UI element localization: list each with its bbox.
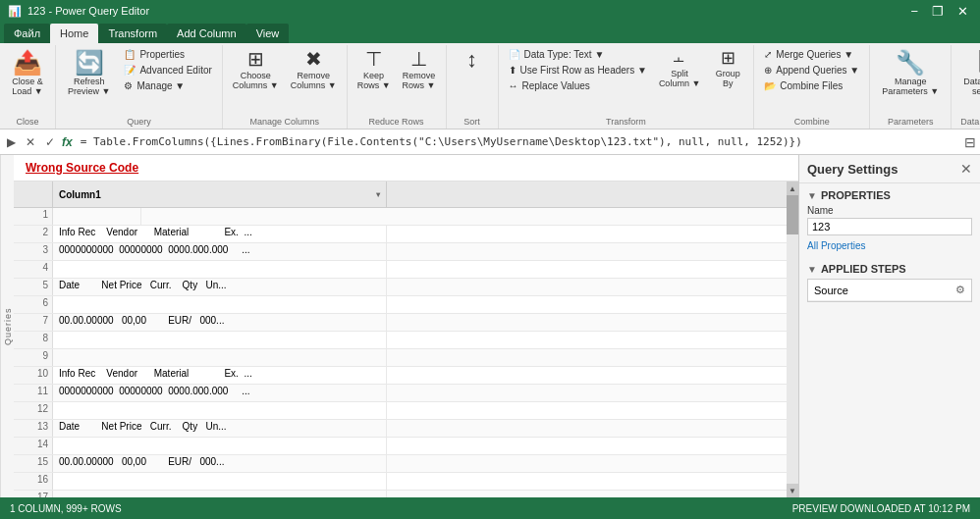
data-source-settings-button[interactable]: 🗄 Data sourcesettings [957,47,980,100]
vertical-scrollbar[interactable]: ▲ ▼ [787,182,798,497]
grid-cell [53,402,387,419]
scroll-track [787,195,798,484]
sort-button[interactable]: ↕ [453,47,492,73]
close-query-settings-button[interactable]: ✕ [960,161,972,177]
restore-button[interactable]: ❐ [928,4,948,19]
expand-formula-button[interactable]: ⊟ [964,134,976,150]
row-num: 10 [14,367,53,384]
row-num: 9 [14,349,53,366]
grid-cell: Date Net Price Curr. Qty Un... [53,420,387,437]
grid-cell [53,491,387,497]
ribbon: 📤 Close &Load ▼ Close 🔄 RefreshPreview ▼… [0,43,980,130]
combine-col: ⤢ Merge Queries ▼ ⊕ Append Queries ▼ 📂 C… [760,47,863,93]
nav-back-button[interactable]: ▶ [4,135,19,149]
table-row: 12 [14,402,787,420]
right-panel-header: Query Settings ✕ [799,155,980,183]
step-gear-icon[interactable]: ⚙ [955,284,965,296]
ribbon-tabs: Файл Home Transform Add Column View [0,22,980,43]
tab-transform[interactable]: Transform [98,24,167,43]
merge-queries-button[interactable]: ⤢ Merge Queries ▼ [760,47,863,62]
sort-content: ↕ [453,47,492,115]
query-group-content: 🔄 RefreshPreview ▼ 📋 Properties 📝 Advanc… [62,47,216,115]
name-label: Name [807,205,972,216]
queries-sidebar[interactable]: Queries [0,155,14,497]
tab-file[interactable]: Файл [4,24,50,43]
row-num: 12 [14,402,53,419]
column-header[interactable]: Column1 ▾ [53,182,387,207]
first-row-headers-button[interactable]: ⬆ Use First Row as Headers ▼ [505,63,651,78]
remove-rows-button[interactable]: ⊥ RemoveRows ▼ [399,47,440,92]
combine-files-button[interactable]: 📂 Combine Files [760,78,863,93]
tab-view[interactable]: View [246,24,290,43]
keep-rows-icon: ⊤ [365,49,382,69]
row-num: 15 [14,455,53,472]
grid-header-row: Column1 ▾ [14,182,787,208]
split-column-button[interactable]: ⫠ SplitColumn ▼ [655,47,704,90]
advanced-editor-button[interactable]: 📝 Advanced Editor [120,63,215,78]
choose-columns-button[interactable]: ⊞ ChooseColumns ▼ [229,47,283,92]
title-bar: 📊 123 - Power Query Editor − ❐ ✕ [0,0,980,22]
row-num: 8 [14,332,53,348]
scroll-up-button[interactable]: ▲ [787,182,798,195]
refresh-icon: 🔄 [75,51,104,75]
ribbon-group-transform: 📄 Data Type: Text ▼ ⬆ Use First Row as H… [499,45,755,129]
refresh-preview-button[interactable]: 🔄 RefreshPreview ▼ [62,47,116,100]
tab-add-column[interactable]: Add Column [167,24,246,43]
properties-section: ▼ PROPERTIES Name All Properties [799,183,980,257]
data-source-icon: 🗄 [975,51,980,75]
combine-files-label: Combine Files [780,80,843,91]
table-row: 17 [14,491,787,497]
data-type-icon: 📄 [509,49,520,60]
error-banner: Wrong Source Code [14,155,798,182]
transform-col: 📄 Data Type: Text ▼ ⬆ Use First Row as H… [505,47,651,93]
query-settings-title: Query Settings [807,162,898,177]
properties-button[interactable]: 📋 Properties [120,47,215,62]
ribbon-group-query: 🔄 RefreshPreview ▼ 📋 Properties 📝 Advanc… [56,45,223,129]
merge-icon: ⤢ [764,49,772,60]
close-load-button[interactable]: 📤 Close &Load ▼ [6,47,49,100]
close-button[interactable]: ✕ [953,4,972,19]
ribbon-group-manage-columns: ⊞ ChooseColumns ▼ ✖ RemoveColumns ▼ Mana… [223,45,348,129]
manage-parameters-button[interactable]: 🔧 ManageParameters ▼ [876,47,945,100]
scroll-thumb[interactable] [787,195,798,234]
keep-rows-button[interactable]: ⊤ KeepRows ▼ [354,47,395,92]
data-grid[interactable]: Column1 ▾ 1 2 Info Rec Vendor Material E… [14,182,787,497]
append-label: Append Queries ▼ [776,65,859,76]
row-num: 17 [14,491,53,497]
manage-params-label: ManageParameters ▼ [882,77,939,96]
remove-rows-label: RemoveRows ▼ [403,71,436,90]
row-num: 14 [14,438,53,454]
scroll-down-button[interactable]: ▼ [787,484,798,497]
remove-columns-button[interactable]: ✖ RemoveColumns ▼ [287,47,341,92]
grid-cell [53,438,387,454]
cancel-formula-button[interactable]: ✕ [23,135,38,149]
tab-home[interactable]: Home [50,24,98,43]
ribbon-group-reduce-rows: ⊤ KeepRows ▼ ⊥ RemoveRows ▼ Reduce Rows [348,45,447,129]
minimize-button[interactable]: − [906,4,922,19]
transform-content: 📄 Data Type: Text ▼ ⬆ Use First Row as H… [505,47,748,115]
query-name-input[interactable] [807,218,972,235]
grid-cell: 00.00.00000 00,00 EUR/ 000... [53,455,387,472]
group-by-button[interactable]: ⊞ GroupBy [708,47,747,90]
error-text[interactable]: Wrong Source Code [26,161,138,175]
table-row: 5 Date Net Price Curr. Qty Un... [14,279,787,296]
grid-cell: Info Rec Vendor Material Ex. ... [53,367,387,384]
remove-columns-icon: ✖ [305,49,322,69]
manage-button[interactable]: ⚙ Manage ▼ [120,78,215,93]
column-header-label: Column1 [59,189,101,200]
all-properties-link[interactable]: All Properties [807,240,865,251]
formula-input[interactable] [81,135,956,148]
step-source[interactable]: Source ⚙ [808,280,971,301]
remove-rows-icon: ⊥ [410,49,427,69]
split-icon: ⫠ [671,49,688,67]
step-source-name: Source [814,285,955,296]
data-type-button[interactable]: 📄 Data Type: Text ▼ [505,47,651,62]
status-bar: 1 COLUMN, 999+ ROWS PREVIEW DOWNLOADED A… [0,497,980,519]
accept-formula-button[interactable]: ✓ [42,135,58,149]
replace-values-button[interactable]: ↔ Replace Values [505,78,651,93]
append-queries-button[interactable]: ⊕ Append Queries ▼ [760,63,863,78]
column-dropdown-arrow[interactable]: ▾ [376,190,380,199]
grid-cell: Date Net Price Curr. Qty Un... [53,279,387,295]
ribbon-group-close: 📤 Close &Load ▼ Close [0,45,56,129]
row-num: 4 [14,261,53,278]
